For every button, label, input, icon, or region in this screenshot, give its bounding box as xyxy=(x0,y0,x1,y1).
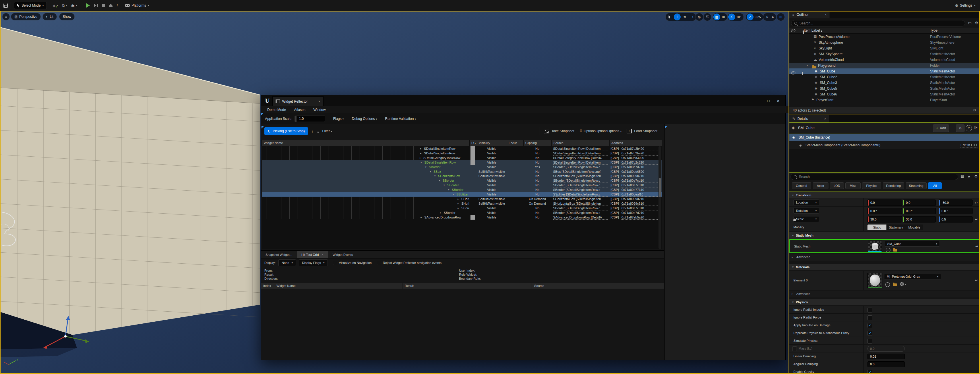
widget-tree-row[interactable]: ▸SBorderVisibleNoSBorder [SDetailSingleI… xyxy=(262,206,662,211)
tree-expand-icon[interactable]: ▸ xyxy=(440,211,441,215)
vector-input-y[interactable]: 0.0 ° xyxy=(903,208,936,214)
physics-checkbox[interactable] xyxy=(867,315,872,320)
source-cell[interactable]: SSplitter [SDetailSingleItemRow.c xyxy=(553,192,608,197)
vector-input-z[interactable]: 0.0 ° xyxy=(939,208,972,214)
reset-to-default-icon[interactable]: ↩ xyxy=(975,217,978,221)
address-cell[interactable]: 0x71a80deaf10 xyxy=(622,192,661,197)
select-mode-dropdown[interactable]: Select Mode ▾ xyxy=(14,2,47,9)
tree-expand-icon[interactable]: ▾ xyxy=(425,165,426,169)
select-tool[interactable] xyxy=(666,13,673,21)
tree-expand-icon[interactable]: ▸ xyxy=(420,215,422,220)
vector-input-y[interactable]: 0.0 xyxy=(903,200,936,206)
instance-row[interactable]: ◈ SM_Cube (Instance) xyxy=(789,134,980,141)
grid-snap-toggle[interactable]: ▦ xyxy=(713,13,720,21)
address-cell[interactable]: 0x71a8099b710 xyxy=(622,174,661,178)
mobility-stationary[interactable]: Stationary xyxy=(887,225,905,230)
material-utility-icon[interactable] xyxy=(900,282,904,286)
mobility-movable[interactable]: Movable xyxy=(905,225,923,230)
play-options-kebab-icon[interactable]: ⋮ xyxy=(115,3,119,8)
tab-close-icon[interactable]: × xyxy=(318,99,320,104)
rotation-snap-toggle[interactable]: ∠ xyxy=(728,13,735,21)
widget-tree-row[interactable]: ▾SBorderVisibleNoSBorder [SDetailSingleI… xyxy=(262,187,662,192)
outliner-row-postprocessvolume[interactable]: ▦PostProcessVolumePostProcessVolume xyxy=(789,34,980,40)
source-cell[interactable]: SBorder [SDetailSingleItemRow.c xyxy=(553,183,608,187)
outliner-row-skyatmosphere[interactable]: ☀SkyAtmosphereSkyAtmosphere xyxy=(789,40,980,45)
static-mesh-advanced-row[interactable]: ▸ Advanced xyxy=(789,254,980,261)
scale-tool[interactable]: ↗ xyxy=(689,13,695,21)
source-cell[interactable]: SDetailSingleItemRow [DetailItem xyxy=(553,160,608,165)
picking-kebab-icon[interactable]: ⋮ xyxy=(310,129,314,133)
transform-axis-dropdown[interactable]: Location▾ xyxy=(794,200,819,205)
subtab-widget-events[interactable]: Widget Events xyxy=(328,251,358,258)
outliner-row-playground[interactable]: ▾PlaygroundFolder xyxy=(789,63,980,69)
close-button[interactable]: × xyxy=(773,97,783,104)
filter-chip-streaming[interactable]: Streaming xyxy=(906,182,927,189)
source-cell[interactable]: SBorder [SDetailSingleItemRow.c xyxy=(553,206,608,211)
widget-tree-row[interactable]: ▾SBorderVisibleNoSBorder [SDetailSingleI… xyxy=(262,178,662,183)
source-cell[interactable]: SDetailCategoryTableRow [DetailC xyxy=(553,156,608,160)
tree-expand-icon[interactable]: ▸ xyxy=(458,206,459,211)
use-selected-asset-icon[interactable]: ← xyxy=(886,248,891,253)
grid-snap-value[interactable]: 10 xyxy=(721,15,727,19)
address-cell[interactable]: 0x71a80de6590 xyxy=(622,169,661,174)
column-header-visibility[interactable]: Visibility xyxy=(477,140,507,146)
vector-input-y[interactable]: 35.0 xyxy=(903,216,936,222)
filter-chip-actor[interactable]: Actor xyxy=(813,182,829,189)
menu-window[interactable]: Window xyxy=(313,108,326,112)
address-cell[interactable]: 0x71a80e7c810 xyxy=(622,183,661,187)
tree-scrollbar[interactable] xyxy=(659,146,661,249)
result-column-result[interactable]: Result xyxy=(402,283,531,289)
menu-demo-mode[interactable]: Demo Mode xyxy=(267,108,286,112)
transform-axis-dropdown[interactable]: Scale▾ xyxy=(794,216,819,222)
scale-snap-toggle[interactable]: ↗ xyxy=(747,13,754,21)
source-cell[interactable]: SBorder [SDetailSingleItemRow.c xyxy=(553,179,608,183)
display-none-dropdown[interactable]: None▾ xyxy=(278,259,296,266)
filter-chip-rendering[interactable]: Rendering xyxy=(883,182,904,189)
tab-close-icon[interactable]: × xyxy=(824,117,826,121)
app-scale-input[interactable]: 1.0 xyxy=(294,115,325,122)
filter-chip-lod[interactable]: LOD xyxy=(830,182,844,189)
add-actor-icon[interactable]: ◈+ xyxy=(52,3,56,8)
static-mesh-thumbnail[interactable] xyxy=(868,241,882,252)
transform-section-header[interactable]: ▾ Transform xyxy=(789,192,980,198)
flags-dropdown[interactable]: Flags ▾ xyxy=(333,117,344,121)
cinematics-icon[interactable]: 🎬︎ xyxy=(71,3,75,8)
tree-scrollbar-thumb[interactable] xyxy=(659,178,661,197)
use-selected-asset-icon[interactable]: ← xyxy=(885,282,890,287)
tree-expand-icon[interactable]: ▾ xyxy=(807,64,808,67)
camera-speed-value[interactable]: 4 xyxy=(771,15,775,19)
tree-expand-icon[interactable]: ▸ xyxy=(458,201,459,206)
take-snapshot-button[interactable]: Take Snapshot xyxy=(551,129,574,133)
source-cell[interactable]: SHorizontalBox [SDetailSingleIten xyxy=(553,174,608,178)
lit-dropdown[interactable]: ◐ Lit xyxy=(43,13,57,21)
reset-to-default-icon[interactable]: ↩ xyxy=(975,201,978,205)
physics-checkbox[interactable]: ✔ xyxy=(867,323,872,328)
reset-to-default-icon[interactable]: ↩ xyxy=(975,278,978,282)
vector-input-x[interactable]: 30.0 xyxy=(867,216,902,222)
filter-chip-all[interactable]: All xyxy=(928,182,942,189)
outliner-row-sm_cube2[interactable]: ◈SM_Cube2StaticMeshActor xyxy=(789,74,980,80)
add-folder-icon[interactable]: 🗀︎ xyxy=(968,21,972,25)
outliner-row-sm_skysphere[interactable]: ◈SM_SkySphereStaticMeshActor xyxy=(789,51,980,57)
address-cell[interactable]: 0x71a8099d210 xyxy=(622,197,661,201)
pin-icon[interactable] xyxy=(802,72,803,73)
load-snapshot-button[interactable]: Load Snapshot xyxy=(634,129,657,133)
physics-checkbox[interactable]: ✔ xyxy=(867,331,872,336)
blueprints-caret-icon[interactable]: ▾ xyxy=(66,4,67,7)
static-mesh-dropdown[interactable]: SM_Cube ▾ xyxy=(885,241,940,247)
physics-input[interactable]: 0.01 xyxy=(867,353,905,360)
widget-tree-row[interactable]: ▾SBorderVisibleYesSBorder [SDetailSingle… xyxy=(262,165,662,169)
widget-tree-row[interactable]: ▸SDetailCategoryTableRowVisibleNoSDetail… xyxy=(262,155,662,160)
debug-options-dropdown[interactable]: Debug Options ▾ xyxy=(352,117,377,121)
frame-skip-button[interactable] xyxy=(94,4,98,7)
source-cell[interactable]: SHorizontalBox [SDetailSingleIten xyxy=(553,201,608,206)
settings-dropdown[interactable]: ⚙ Settings ▾ xyxy=(952,2,978,9)
surface-snapping-toggle[interactable]: ⇱ xyxy=(703,13,711,21)
result-column-source[interactable]: Source xyxy=(531,283,664,289)
widget-reflector-tab[interactable]: Widget Reflector × xyxy=(272,96,323,106)
camera-speed-icon[interactable]: ⌑ xyxy=(764,13,771,21)
tree-expand-icon[interactable]: ▾ xyxy=(430,169,431,174)
runtime-validation-dropdown[interactable]: Runtime Validation ▾ xyxy=(385,117,416,121)
component-row[interactable]: ◈ StaticMeshComponent (StaticMeshCompone… xyxy=(789,141,980,149)
outliner-settings-icon[interactable]: ⚙ xyxy=(973,108,976,112)
